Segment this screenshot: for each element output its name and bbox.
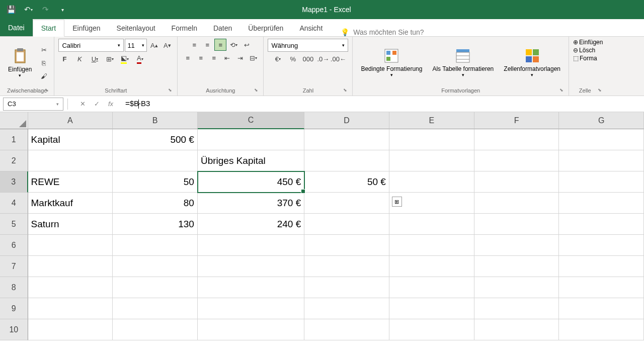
cell-B5[interactable]: 130 <box>113 214 198 235</box>
fx-icon[interactable]: fx <box>105 99 116 110</box>
cell-F6[interactable] <box>474 235 559 256</box>
name-box[interactable]: C3▾ <box>3 98 63 111</box>
percent-button[interactable]: % <box>287 53 299 65</box>
cell-F9[interactable] <box>474 298 559 319</box>
merge-cells-icon[interactable]: ⊟▾ <box>247 52 259 64</box>
cell-G9[interactable] <box>559 298 644 319</box>
cell-F4[interactable] <box>474 193 559 214</box>
cell-E7[interactable] <box>389 256 474 277</box>
italic-button[interactable]: K <box>73 53 86 65</box>
cell-F3[interactable] <box>474 171 559 193</box>
cell-A3[interactable]: REWE <box>28 171 113 193</box>
cell-G1[interactable] <box>559 129 644 150</box>
row-header-1[interactable]: 1 <box>0 129 28 150</box>
cell-E2[interactable] <box>389 150 474 171</box>
format-as-table-button[interactable]: Als Tabelle formatieren▾ <box>428 46 498 80</box>
cell-E3[interactable] <box>389 171 474 193</box>
col-header-G[interactable]: G <box>559 112 644 129</box>
cell-D4[interactable]: ⊞ <box>304 193 389 214</box>
formula-input[interactable]: =$B-B3 Bearbeitungsleiste <box>121 99 644 109</box>
cell-D7[interactable] <box>304 256 389 277</box>
cell-A7[interactable] <box>28 256 113 277</box>
cell-B4[interactable]: 80 <box>113 193 198 214</box>
conditional-formatting-button[interactable]: Bedingte Formatierung▾ <box>357 46 426 80</box>
cell-C2[interactable]: Übriges Kapital <box>198 150 304 171</box>
tab-insert[interactable]: Einfügen <box>64 20 108 36</box>
row-header-8[interactable]: 8 <box>0 277 28 298</box>
cell-B6[interactable] <box>113 235 198 256</box>
font-name-select[interactable]: Calibri▾ <box>58 39 124 52</box>
cell-A6[interactable] <box>28 235 113 256</box>
cell-B9[interactable] <box>113 298 198 319</box>
cell-A10[interactable] <box>28 319 113 340</box>
tab-view[interactable]: Ansicht <box>291 20 331 36</box>
format-painter-icon[interactable]: 🖌 <box>38 70 50 82</box>
cell-A5[interactable]: Saturn <box>28 214 113 235</box>
fill-color-button[interactable]: ⬕▾ <box>119 53 131 65</box>
cell-C10[interactable] <box>198 319 304 340</box>
increase-font-icon[interactable]: A▴ <box>148 39 160 51</box>
row-header-9[interactable]: 9 <box>0 298 28 319</box>
cell-C3[interactable]: 450 € <box>198 171 304 193</box>
decrease-decimal-icon[interactable]: .00← <box>332 53 344 65</box>
cell-F2[interactable] <box>474 150 559 171</box>
cell-C1[interactable] <box>198 129 304 150</box>
cell-A1[interactable]: Kapital <box>28 129 113 150</box>
orientation-icon[interactable]: ⟲▾ <box>227 39 239 51</box>
cell-B7[interactable] <box>113 256 198 277</box>
currency-button[interactable]: €▾ <box>272 53 284 65</box>
cell-G10[interactable] <box>559 319 644 340</box>
row-header-10[interactable]: 10 <box>0 319 28 340</box>
undo-icon[interactable]: ↶▾ <box>21 3 35 17</box>
row-header-6[interactable]: 6 <box>0 235 28 256</box>
tab-file[interactable]: Datei <box>0 19 33 36</box>
tell-me-search[interactable]: 💡 Was möchten Sie tun? <box>341 28 424 36</box>
align-bottom-icon[interactable]: ≡ <box>214 39 226 51</box>
cell-C7[interactable] <box>198 256 304 277</box>
col-header-A[interactable]: A <box>28 112 113 129</box>
cell-B2[interactable] <box>113 150 198 171</box>
cell-B3[interactable]: 50 <box>113 171 198 193</box>
font-color-button[interactable]: A▾ <box>134 53 146 65</box>
format-cells-icon[interactable]: ⬚ <box>573 55 579 62</box>
align-left-icon[interactable]: ≡ <box>182 52 194 64</box>
cell-F10[interactable] <box>474 319 559 340</box>
cell-G8[interactable] <box>559 277 644 298</box>
wrap-text-icon[interactable]: ↩ <box>240 39 253 51</box>
cell-E10[interactable] <box>389 319 474 340</box>
cell-styles-button[interactable]: Zellenformatvorlagen▾ <box>500 46 565 80</box>
cell-D9[interactable] <box>304 298 389 319</box>
indent-increase-icon[interactable]: ⇥ <box>234 52 246 64</box>
row-header-7[interactable]: 7 <box>0 256 28 277</box>
cell-D3[interactable]: 50 € <box>304 171 389 193</box>
enter-formula-icon[interactable]: ✓ <box>91 99 102 110</box>
align-right-icon[interactable]: ≡ <box>208 52 220 64</box>
row-header-4[interactable]: 4 <box>0 193 28 214</box>
tab-data[interactable]: Daten <box>205 20 240 36</box>
cell-D8[interactable] <box>304 277 389 298</box>
col-header-D[interactable]: D <box>304 112 389 129</box>
cell-C6[interactable] <box>198 235 304 256</box>
qat-customize-icon[interactable]: ▾ <box>55 3 69 17</box>
cell-D10[interactable] <box>304 319 389 340</box>
indent-decrease-icon[interactable]: ⇤ <box>221 52 233 64</box>
cell-G3[interactable] <box>559 171 644 193</box>
cell-D6[interactable] <box>304 235 389 256</box>
cell-C8[interactable] <box>198 277 304 298</box>
cancel-formula-icon[interactable]: ✕ <box>77 99 88 110</box>
cell-A9[interactable] <box>28 298 113 319</box>
cell-D2[interactable] <box>304 150 389 171</box>
border-button[interactable]: ⊞▾ <box>104 53 116 65</box>
row-header-2[interactable]: 2 <box>0 150 28 171</box>
delete-cells-icon[interactable]: ⊖ <box>573 47 578 54</box>
select-all-corner[interactable] <box>0 112 28 129</box>
cell-F7[interactable] <box>474 256 559 277</box>
col-header-E[interactable]: E <box>389 112 474 129</box>
thousands-button[interactable]: 000 <box>302 53 314 65</box>
col-header-F[interactable]: F <box>474 112 559 129</box>
insert-cells-icon[interactable]: ⊕ <box>573 39 578 46</box>
cell-B8[interactable] <box>113 277 198 298</box>
cell-D5[interactable] <box>304 214 389 235</box>
autofill-options-icon[interactable]: ⊞ <box>392 197 402 207</box>
row-header-3[interactable]: 3 <box>0 171 28 193</box>
